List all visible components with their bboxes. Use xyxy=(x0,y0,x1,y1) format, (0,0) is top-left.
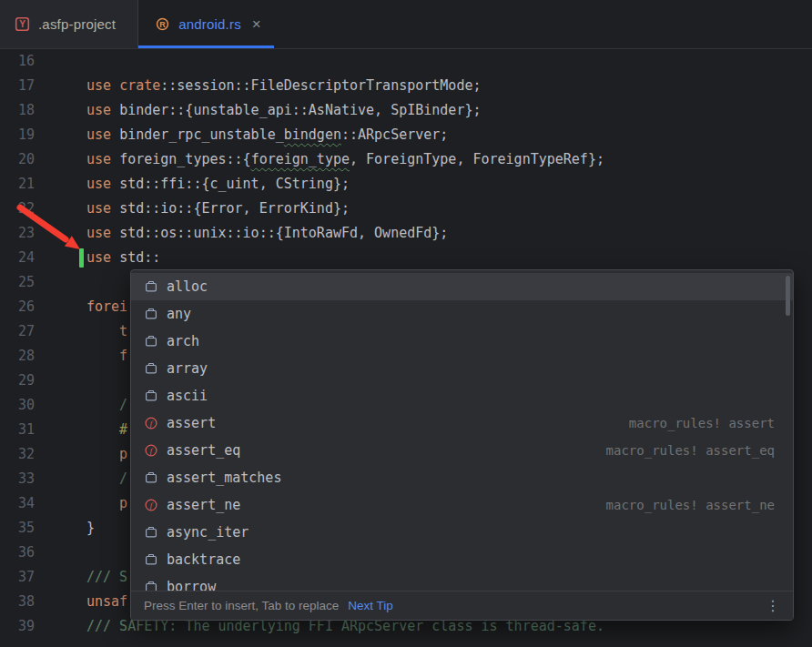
yaml-file-icon: Y xyxy=(15,16,30,32)
code-line[interactable]: use crate::session::FileDescriptorTransp… xyxy=(86,74,812,98)
next-tip-link[interactable]: Next Tip xyxy=(348,599,393,612)
completion-footer: Press Enter to insert, Tab to replace Ne… xyxy=(131,591,793,620)
line-number: 20 xyxy=(18,147,86,172)
completion-item[interactable]: fassert_eqmacro_rules! assert_eq xyxy=(131,437,793,464)
module-icon xyxy=(144,334,158,349)
completion-label: arch xyxy=(167,333,199,349)
completion-item[interactable]: any xyxy=(131,300,793,328)
tab-asfp-project[interactable]: Y .asfp-project xyxy=(0,0,138,48)
line-number: 27 xyxy=(18,319,86,344)
line-number: 38 xyxy=(18,590,86,614)
svg-text:f: f xyxy=(150,419,154,428)
completion-label: ascii xyxy=(167,388,208,404)
module-icon xyxy=(144,307,158,321)
footer-hint: Press Enter to insert, Tab to replace xyxy=(144,599,339,612)
macro-icon: f xyxy=(144,498,158,512)
completion-item[interactable]: backtrace xyxy=(131,546,793,573)
completion-item[interactable]: assert_matches xyxy=(131,464,793,491)
completion-item[interactable]: fassertmacro_rules! assert xyxy=(131,409,793,437)
completion-label: async_iter xyxy=(167,524,249,541)
completion-item[interactable]: async_iter xyxy=(131,519,793,546)
editor-tab-bar: Y .asfp-project R android.rs × xyxy=(0,0,812,49)
code-line[interactable]: use std::io::{Error, ErrorKind}; xyxy=(86,197,812,221)
line-number: 32 xyxy=(18,442,86,467)
ide-window: Y .asfp-project R android.rs × 161718192… xyxy=(0,0,812,647)
completion-label: assert xyxy=(167,415,216,431)
tab-label: android.rs xyxy=(178,16,241,32)
line-number: 19 xyxy=(18,123,86,147)
line-number: 31 xyxy=(18,418,86,442)
code-line[interactable]: use foreign_types::{foreign_type, Foreig… xyxy=(86,147,812,172)
code-line[interactable]: use std:: xyxy=(86,246,812,270)
completion-label: assert_matches xyxy=(167,470,281,486)
code-line[interactable]: use binder_rpc_unstable_bindgen::ARpcSer… xyxy=(86,123,812,147)
module-icon xyxy=(144,470,158,485)
completion-label: any xyxy=(167,306,191,322)
module-icon xyxy=(144,279,158,294)
line-number: 37 xyxy=(18,565,86,590)
active-tab-indicator xyxy=(138,45,274,48)
completion-detail: macro_rules! assert_ne xyxy=(606,498,775,512)
module-icon xyxy=(144,552,158,567)
completion-label: array xyxy=(167,360,208,377)
more-options-icon[interactable]: ⋮ xyxy=(766,597,780,614)
line-number: 29 xyxy=(18,369,86,393)
completion-label: backtrace xyxy=(167,551,240,568)
line-number: 34 xyxy=(18,491,86,516)
completion-label: assert_ne xyxy=(167,497,240,513)
completion-item[interactable]: borrow xyxy=(131,573,793,592)
completion-item[interactable]: arch xyxy=(131,328,793,355)
code-line[interactable]: use std::ffi::{c_uint, CString}; xyxy=(86,172,812,197)
macro-icon: f xyxy=(144,416,158,430)
svg-text:f: f xyxy=(150,500,154,510)
line-number: 24 xyxy=(18,246,86,270)
line-number: 30 xyxy=(18,393,86,418)
line-number: 21 xyxy=(18,172,86,197)
completion-popup: allocanyarcharrayasciifassertmacro_rules… xyxy=(130,269,794,621)
line-number: 17 xyxy=(18,74,86,98)
completion-list: allocanyarcharrayasciifassertmacro_rules… xyxy=(131,270,793,592)
completion-item[interactable]: alloc xyxy=(131,273,793,300)
module-icon xyxy=(144,389,158,403)
rust-file-icon: R xyxy=(155,16,170,32)
line-number: 39 xyxy=(18,614,86,639)
caret xyxy=(79,248,84,268)
completion-item[interactable]: fassert_nemacro_rules! assert_ne xyxy=(131,491,793,519)
svg-text:f: f xyxy=(150,446,154,455)
line-number: 28 xyxy=(18,344,86,369)
line-number: 35 xyxy=(18,516,86,541)
code-line[interactable] xyxy=(86,49,812,74)
svg-text:R: R xyxy=(159,20,166,29)
line-number: 23 xyxy=(18,221,86,246)
completion-item[interactable]: array xyxy=(131,355,793,382)
close-tab-icon[interactable]: × xyxy=(252,16,261,32)
completion-label: assert_eq xyxy=(167,442,240,459)
line-number: 18 xyxy=(18,98,86,123)
tab-label: .asfp-project xyxy=(38,16,116,32)
svg-text:Y: Y xyxy=(19,19,25,29)
completion-label: alloc xyxy=(167,278,208,295)
tab-android-rs[interactable]: R android.rs × xyxy=(138,0,274,48)
completion-detail: macro_rules! assert_eq xyxy=(606,443,775,458)
line-number: 33 xyxy=(18,467,86,491)
gutter: 1617181920212223242526272829303132333435… xyxy=(0,49,86,647)
module-icon xyxy=(144,361,158,376)
line-number: 26 xyxy=(18,295,86,319)
code-line[interactable]: use std::os::unix::io::{IntoRawFd, Owned… xyxy=(86,221,812,246)
module-icon xyxy=(144,525,158,540)
completion-item[interactable]: ascii xyxy=(131,382,793,409)
line-number: 25 xyxy=(18,270,86,295)
line-number: 22 xyxy=(18,197,86,221)
line-number: 16 xyxy=(18,49,86,74)
macro-icon: f xyxy=(144,443,158,458)
popup-scrollbar[interactable] xyxy=(786,276,790,316)
line-number: 36 xyxy=(18,541,86,565)
code-line[interactable]: use binder::{unstable_api::AsNative, SpI… xyxy=(86,98,812,123)
completion-detail: macro_rules! assert xyxy=(629,416,775,430)
